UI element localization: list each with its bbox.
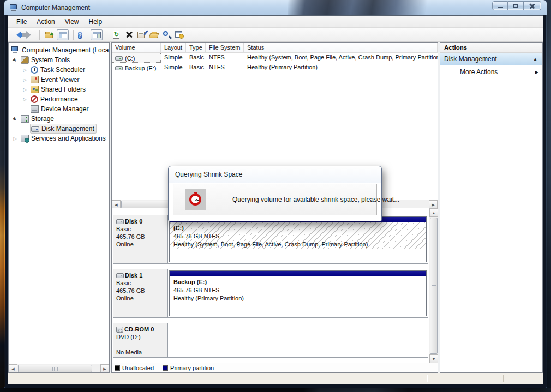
collapse-icon[interactable]: ▲ — [533, 57, 537, 62]
volume-row-backup-e[interactable]: Backup (E:) Simple Basic NTFS Healthy (P… — [112, 63, 438, 73]
volume-row-c[interactable]: (C:) Simple Basic NTFS Healthy (System, … — [112, 53, 438, 63]
tree-item-shared-folders[interactable]: ▷ Shared Folders — [9, 85, 109, 94]
column-type[interactable]: Type — [186, 43, 206, 53]
volume-icon — [115, 56, 123, 61]
properties-icon[interactable] — [137, 30, 147, 40]
status-bar — [8, 373, 543, 384]
tree-item-event-viewer[interactable]: ▷ Event Viewer — [9, 75, 109, 85]
tree-item-storage[interactable]: ▶ Storage — [9, 114, 109, 124]
disk-management-icon — [31, 126, 39, 132]
column-volume[interactable]: Volume — [112, 43, 161, 53]
scrollbar-thumb[interactable] — [430, 218, 438, 354]
scroll-left-icon[interactable]: ◀ — [112, 200, 121, 209]
menu-help[interactable]: Help — [84, 16, 107, 27]
primary-partition-swatch — [163, 365, 168, 371]
scrollbar-thumb[interactable] — [18, 365, 92, 372]
cdrom-icon — [116, 327, 123, 333]
scroll-down-icon[interactable]: ▼ — [429, 354, 438, 363]
expander-expanded-icon[interactable]: ▶ — [11, 115, 19, 123]
forward-icon[interactable] — [25, 30, 35, 40]
back-icon[interactable] — [13, 30, 22, 40]
disk1-label[interactable]: Disk 1 Basic 465.76 GB Online — [113, 269, 168, 317]
graphical-view-vertical-scrollbar[interactable]: ▲ ▼ — [429, 208, 438, 363]
partition-c[interactable]: (C:) 465.76 GB NTFS Healthy (System, Boo… — [169, 216, 427, 262]
task-scheduler-icon — [31, 66, 38, 74]
show-console-tree-icon[interactable] — [57, 29, 69, 40]
tree-item-disk-management[interactable]: Disk Management — [9, 124, 109, 134]
expander-collapsed-icon[interactable]: ▷ — [12, 136, 18, 141]
window-title: Computer Management — [21, 4, 90, 11]
graphical-view: Disk 0 Basic 465.76 GB Online (C:) — [112, 208, 438, 363]
performance-icon — [31, 95, 38, 103]
toolbar: ? — [8, 28, 543, 42]
scroll-up-icon[interactable]: ▲ — [429, 208, 438, 217]
up-folder-icon[interactable] — [44, 30, 54, 40]
dialog-body: Querying volume for available shrink spa… — [173, 184, 377, 215]
scroll-right-icon[interactable]: ▶ — [100, 364, 109, 373]
expander-collapsed-icon[interactable]: ▷ — [22, 77, 28, 82]
desktop: Computer Management File Action View Hel… — [0, 0, 551, 392]
volume-icon — [115, 66, 123, 70]
expander-collapsed-icon[interactable]: ▷ — [22, 97, 28, 102]
menu-action[interactable]: Action — [32, 16, 59, 27]
statusbar-separator — [503, 375, 504, 382]
cdrom0-label[interactable]: CD-ROM 0 DVD (D:) No Media — [113, 323, 168, 357]
actions-header: Actions — [440, 43, 542, 53]
refresh-icon[interactable] — [112, 30, 122, 40]
submenu-arrow-icon: ▶ — [535, 70, 538, 75]
volume-list-header: Volume Layout Type File System Status — [112, 43, 438, 53]
close-button[interactable] — [524, 1, 541, 10]
tree-item-performance[interactable]: ▷ Performance — [9, 94, 109, 104]
services-icon — [21, 135, 29, 142]
unallocated-swatch — [115, 365, 120, 371]
timer-clock-icon — [189, 192, 203, 207]
tree-item-task-scheduler[interactable]: ▷ Task Scheduler — [9, 65, 109, 75]
column-status[interactable]: Status — [244, 43, 438, 53]
minimize-button[interactable] — [492, 1, 508, 10]
shared-folders-icon — [31, 86, 39, 93]
disk1-row: Disk 1 Basic 465.76 GB Online Backup (E:… — [113, 269, 428, 318]
tree-item-services-and-applications[interactable]: ▷ Services and Applications — [9, 134, 109, 143]
partition-color-bar — [170, 271, 426, 276]
disk-icon — [116, 273, 124, 278]
find-icon[interactable] — [162, 30, 172, 40]
tree-item-system-tools[interactable]: ▶ System Tools — [9, 55, 109, 65]
more-actions-item[interactable]: More Actions ▶ — [440, 65, 542, 79]
help-icon[interactable]: ? — [78, 30, 88, 40]
tree-item-device-manager[interactable]: Device Manager — [9, 104, 109, 114]
disk0-row: Disk 0 Basic 465.76 GB Online (C:) — [113, 215, 428, 264]
dialog-message: Querying volume for available shrink spa… — [232, 196, 399, 203]
partition-legend: Unallocated Primary partition — [112, 363, 438, 372]
cdrom0-row: CD-ROM 0 DVD (D:) No Media — [113, 323, 428, 358]
statusbar-separator — [427, 375, 427, 382]
column-file-system[interactable]: File System — [206, 43, 244, 53]
cdrom0-media-area[interactable] — [168, 323, 428, 357]
show-action-pane-icon[interactable] — [91, 29, 103, 40]
delete-icon[interactable] — [124, 30, 134, 40]
toolbar-separator — [107, 30, 107, 40]
actions-group-disk-management[interactable]: Disk Management ▲ — [440, 53, 542, 65]
toolbar-separator — [39, 30, 40, 40]
console-settings-icon[interactable] — [175, 30, 184, 40]
title-bar[interactable]: Computer Management — [4, 0, 547, 15]
tree-horizontal-scrollbar[interactable]: ◀ ▶ — [9, 364, 109, 372]
querying-shrink-space-dialog: Querying Shrink Space Querying volume fo… — [168, 166, 382, 221]
menu-view[interactable]: View — [60, 16, 84, 27]
tree-item-computer-management[interactable]: Computer Management (Local) — [9, 45, 109, 55]
column-layout[interactable]: Layout — [161, 43, 186, 53]
partition-backup-e[interactable]: Backup (E:) 465.76 GB NTFS Healthy (Prim… — [169, 270, 427, 316]
scroll-right-icon[interactable]: ▶ — [429, 200, 438, 209]
device-manager-icon — [31, 105, 39, 113]
expander-expanded-icon[interactable]: ▶ — [11, 56, 19, 64]
menu-file[interactable]: File — [11, 16, 32, 27]
maximize-button[interactable] — [508, 1, 524, 10]
dialog-title: Querying Shrink Space — [169, 166, 381, 183]
desktop-wallpaper-bottom — [0, 388, 551, 392]
expander-collapsed-icon[interactable]: ▷ — [22, 87, 28, 92]
disk0-label[interactable]: Disk 0 Basic 465.76 GB Online — [113, 215, 168, 263]
expander-collapsed-icon[interactable]: ▷ — [22, 68, 28, 73]
scroll-left-icon[interactable]: ◀ — [9, 364, 17, 373]
actions-pane: Actions Disk Management ▲ More Actions ▶ — [440, 42, 543, 373]
open-folder-icon[interactable] — [149, 30, 159, 40]
menu-bar: File Action View Help — [8, 16, 543, 28]
